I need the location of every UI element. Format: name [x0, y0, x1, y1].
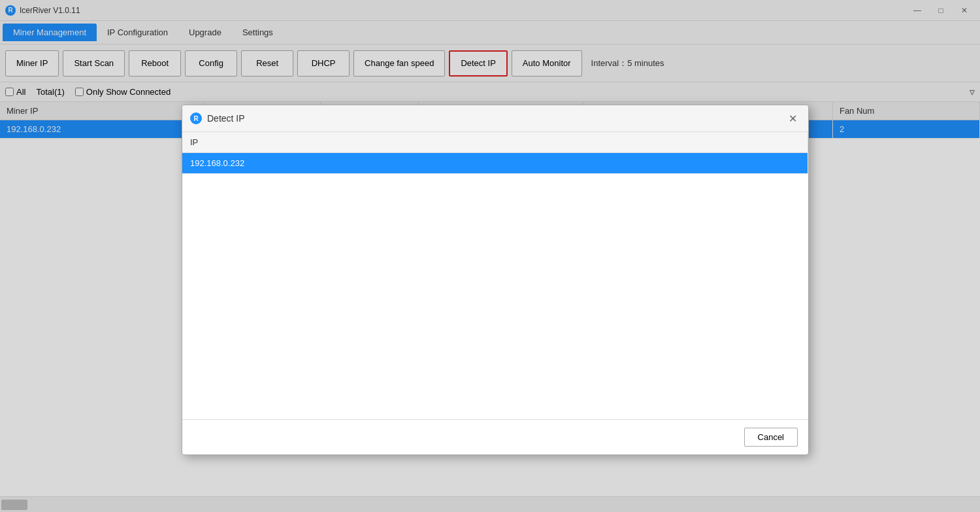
modal-icon: R: [190, 112, 202, 124]
modal-table: IP 192.168.0.232: [182, 132, 808, 174]
modal-table-body: 192.168.0.232: [182, 153, 808, 174]
modal-content: IP 192.168.0.232 Cancel: [182, 132, 808, 454]
modal-col-header-ip: IP: [182, 132, 808, 153]
modal-table-header: IP: [182, 132, 808, 153]
modal-table-header-row: IP: [182, 132, 808, 153]
detect-ip-modal: R Detect IP ✕ IP 192.168.0.232 Cancel: [182, 105, 809, 455]
modal-overlay: R Detect IP ✕ IP 192.168.0.232 Cancel: [0, 0, 980, 512]
modal-title: Detect IP: [207, 113, 245, 124]
modal-table-container: IP 192.168.0.232: [182, 132, 808, 420]
modal-cell-ip: 192.168.0.232: [182, 153, 808, 174]
modal-close-button[interactable]: ✕: [785, 111, 800, 126]
modal-header: R Detect IP ✕: [182, 105, 808, 132]
modal-header-left: R Detect IP: [190, 112, 245, 124]
cancel-button[interactable]: Cancel: [744, 428, 798, 447]
modal-table-row[interactable]: 192.168.0.232: [182, 153, 808, 174]
modal-footer: Cancel: [182, 420, 808, 454]
